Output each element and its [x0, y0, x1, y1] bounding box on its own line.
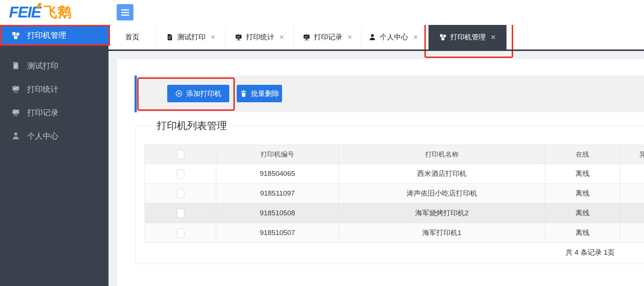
table-row: 918504065 西米酒店打印机 离线 [145, 164, 644, 184]
tab-printer-management[interactable]: 打印机管理 ✕ [428, 25, 507, 49]
sidebar-item-label: 测试打印 [27, 61, 58, 71]
fieldset-legend: 打印机列表管理 [152, 119, 232, 132]
trash-icon [240, 90, 247, 97]
printer-management-panel: 添加打印机 批量删除 打印机列表管理 打印机编号 [117, 59, 644, 286]
printer-name-cell: 海军打印机1 [339, 223, 545, 243]
table-header-row: 打印机编号 打印机名称 在线 异常 [145, 145, 644, 164]
plus-circle-icon [175, 90, 183, 97]
tab-print-statistics[interactable]: 打印统计 ✕ [226, 25, 294, 49]
printer-sn-cell: 918510508 [216, 203, 339, 223]
sidebar-toggle-button[interactable] [117, 4, 133, 20]
online-status: 离线 [545, 184, 620, 203]
user-icon [12, 132, 20, 140]
toolbar-accent-bar [135, 75, 137, 112]
sidebar-item-personal-center[interactable]: 个人中心 [0, 124, 109, 148]
add-printer-button[interactable]: 添加打印机 [167, 85, 229, 102]
close-icon[interactable]: ✕ [279, 33, 284, 41]
chart-board-icon [303, 33, 310, 41]
user-icon [369, 33, 376, 41]
tab-label: 首页 [125, 32, 139, 42]
hamburger-icon [121, 9, 129, 10]
online-status: 离线 [545, 223, 620, 243]
close-icon[interactable]: ✕ [210, 33, 216, 41]
select-all-checkbox[interactable] [177, 150, 184, 159]
row-checkbox[interactable] [177, 228, 184, 238]
column-header-abnormal: 异常 [620, 145, 644, 164]
printer-name-cell: 涛声依旧小吃店打印机 [339, 184, 545, 203]
chart-board-icon [12, 85, 20, 93]
online-status: 离线 [545, 164, 620, 184]
printer-list-fieldset: 打印机列表管理 打印机编号 打印机名称 在线 异常 [135, 125, 644, 264]
feie-logo: FEIE 飞鹅 [9, 2, 72, 22]
select-all-header-cell [145, 145, 216, 164]
tab-label: 打印统计 [246, 32, 274, 42]
abnormal-cell [620, 203, 644, 223]
printer-sn-cell: 918510507 [216, 223, 339, 243]
sidebar: 打印机管理 测试打印 打印统计 打印记录 个人中心 [0, 25, 109, 286]
tab-test-print[interactable]: 测试打印 ✕ [156, 25, 226, 49]
abnormal-cell [620, 184, 644, 203]
sidebar-item-print-statistics[interactable]: 打印统计 [0, 77, 109, 101]
sidebar-item-label: 打印记录 [27, 107, 58, 118]
file-icon [166, 33, 174, 41]
column-header-online: 在线 [545, 145, 620, 164]
tab-print-records[interactable]: 打印记录 ✕ [294, 25, 362, 49]
column-header-sn: 打印机编号 [216, 145, 339, 164]
cubes-icon [439, 33, 447, 41]
close-icon[interactable]: ✕ [491, 33, 496, 41]
tabbar-bottom-divider [109, 49, 644, 51]
column-header-name: 打印机名称 [339, 145, 545, 164]
printer-name-cell: 海军烧烤打印机2 [339, 203, 545, 223]
logo-text-cn: 飞鹅 [43, 3, 72, 22]
sidebar-item-test-print[interactable]: 测试打印 [0, 54, 109, 77]
sidebar-item-print-records[interactable]: 打印记录 [0, 101, 109, 124]
tab-personal-center[interactable]: 个人中心 ✕ [362, 25, 425, 49]
table-row: 918511097 涛声依旧小吃店打印机 离线 [145, 184, 644, 203]
printer-table: 打印机编号 打印机名称 在线 异常 918504065 西米酒店打印机 离线 [145, 145, 644, 243]
chart-board-icon [12, 108, 20, 117]
batch-delete-label: 批量删除 [251, 89, 279, 99]
cubes-icon [12, 31, 20, 40]
printer-sn-cell: 918504065 [216, 164, 339, 184]
logo-text-en: FEIE [9, 2, 41, 22]
abnormal-cell [620, 164, 644, 184]
record-count-summary: 共 4 条记录 1页 [145, 248, 644, 257]
add-printer-label: 添加打印机 [186, 89, 221, 99]
close-icon[interactable]: ✕ [413, 33, 418, 41]
printer-sn-cell: 918511097 [216, 184, 339, 203]
chart-board-icon [235, 33, 242, 41]
table-row: 918510507 海军打印机1 离线 [145, 223, 644, 243]
tab-label: 个人中心 [380, 32, 408, 42]
tab-home[interactable]: 首页 [109, 25, 156, 49]
close-icon[interactable]: ✕ [347, 33, 352, 41]
top-bar: FEIE 飞鹅 [0, 0, 644, 25]
row-checkbox[interactable] [177, 189, 184, 198]
main-content: 添加打印机 批量删除 打印机列表管理 打印机编号 [109, 51, 644, 286]
table-row: 918510508 海军烧烤打印机2 离线 [145, 203, 644, 223]
online-status: 离线 [545, 203, 620, 223]
abnormal-cell [620, 223, 644, 243]
sidebar-item-label: 打印机管理 [27, 30, 66, 41]
batch-delete-button[interactable]: 批量删除 [237, 85, 282, 102]
tab-label: 打印记录 [314, 32, 342, 42]
row-checkbox[interactable] [177, 209, 184, 218]
sidebar-item-label: 打印统计 [27, 84, 58, 94]
sidebar-item-label: 个人中心 [27, 131, 58, 141]
tab-label: 打印机管理 [450, 32, 486, 42]
tab-label: 测试打印 [177, 32, 206, 42]
printer-name-cell: 西米酒店打印机 [339, 164, 545, 184]
tab-bar: 首页 测试打印 ✕ 打印统计 ✕ 打印记录 ✕ 个人中心 ✕ 打印机管理 ✕ [109, 25, 644, 49]
row-checkbox[interactable] [177, 169, 184, 179]
file-icon [12, 61, 20, 70]
sidebar-item-printer-management[interactable]: 打印机管理 [0, 25, 110, 46]
